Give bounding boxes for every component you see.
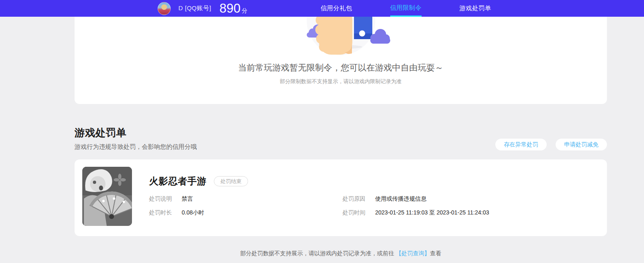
tab-credit-gift[interactable]: 信用分礼包 — [321, 0, 352, 17]
game-name: 火影忍者手游 — [149, 175, 207, 188]
penalty-section-buttons: 存在异常处罚 申请处罚减免 — [495, 139, 607, 151]
abnormal-penalty-button[interactable]: 存在异常处罚 — [495, 139, 547, 150]
user-block: D [QQ账号] 890 分 — [158, 0, 247, 17]
credit-score: 890 分 — [220, 2, 248, 15]
field-penalty-reason: 处罚原因使用或传播违规信息 — [343, 194, 595, 203]
penalty-card: 火影忍者手游 处罚结束 处罚说明禁言 处罚原因使用或传播违规信息 处罚时长0.0… — [75, 159, 607, 236]
field-penalty-time: 处罚时间2023-01-25 11:19:03 至 2023-01-25 11:… — [343, 208, 595, 217]
penalty-section-header: 游戏处罚单 游戏行为违规导致处罚，会影响您的信用分哦 存在异常处罚 申请处罚减免 — [75, 126, 607, 151]
tab-credit-restriction[interactable]: 信用限制令 — [390, 0, 422, 17]
restriction-card: 当前常玩游戏暂无限制令，您可以在游戏中自由玩耍～ 部分限制数据不支持显示，请以游… — [75, 17, 607, 104]
penalty-title-row: 火影忍者手游 处罚结束 — [149, 175, 595, 187]
restriction-disclaimer: 部分限制数据不支持显示，请以游戏内限制记录为准 — [75, 78, 607, 85]
game-artwork — [82, 167, 132, 226]
avatar — [158, 2, 171, 15]
field-penalty-description: 处罚说明禁言 — [149, 194, 343, 203]
penalty-fields: 处罚说明禁言 处罚原因使用或传播违规信息 处罚时长0.08小时 处罚时间2023… — [149, 194, 595, 217]
penalty-query-link[interactable]: 【处罚查询】 — [396, 250, 430, 256]
credit-score-value: 890 — [220, 2, 241, 15]
penalty-reduction-button[interactable]: 申请处罚减免 — [556, 139, 607, 150]
penalty-details: 火影忍者手游 处罚结束 处罚说明禁言 处罚原因使用或传播违规信息 处罚时长0.0… — [149, 175, 595, 217]
status-badge: 处罚结束 — [214, 176, 248, 186]
field-penalty-duration: 处罚时长0.08小时 — [149, 208, 343, 217]
no-restriction-illustration — [264, 17, 418, 56]
credit-score-unit: 分 — [242, 7, 247, 15]
penalty-section-subtitle: 游戏行为违规导致处罚，会影响您的信用分哦 — [75, 143, 197, 151]
penalty-section-title: 游戏处罚单 — [75, 126, 197, 139]
footer-note: 部分处罚数据不支持展示，请以游戏内处罚记录为准，或前往 【处罚查询】查看 — [75, 250, 607, 257]
tab-game-penalty[interactable]: 游戏处罚单 — [459, 0, 491, 17]
top-nav-bar: D [QQ账号] 890 分 信用分礼包 信用限制令 游戏处罚单 — [0, 0, 644, 17]
footer-text-before: 部分处罚数据不支持展示，请以游戏内处罚记录为准，或前往 — [240, 250, 396, 256]
no-restriction-message: 当前常玩游戏暂无限制令，您可以在游戏中自由玩耍～ — [75, 62, 607, 73]
penalty-section-titles: 游戏处罚单 游戏行为违规导致处罚，会影响您的信用分哦 — [75, 126, 197, 151]
top-nav: 信用分礼包 信用限制令 游戏处罚单 — [321, 0, 491, 17]
main-content: 当前常玩游戏暂无限制令，您可以在游戏中自由玩耍～ 部分限制数据不支持显示，请以游… — [75, 17, 607, 257]
game-icon-image — [82, 167, 132, 226]
user-name: D [QQ账号] — [178, 4, 211, 12]
footer-text-after: 查看 — [430, 250, 441, 256]
